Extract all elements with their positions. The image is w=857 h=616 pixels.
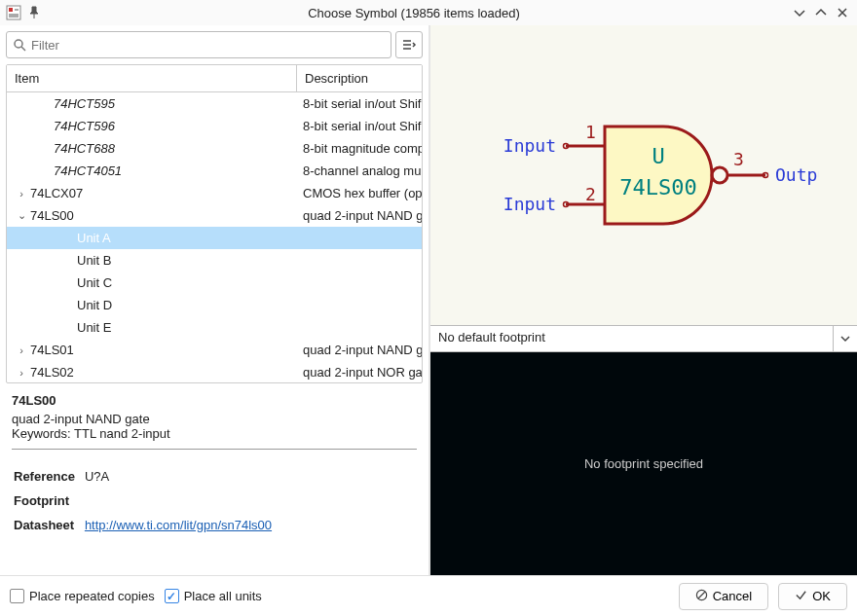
tree-item-desc: quad 2-input NOR gat (297, 365, 422, 380)
tree-row[interactable]: Unit C (7, 272, 422, 294)
tree-item-label: Unit C (77, 275, 112, 290)
datasheet-link[interactable]: http://www.ti.com/lit/gpn/sn74ls00 (85, 518, 272, 532)
tree-row[interactable]: ›74LCX07CMOS hex buffer (ope (7, 182, 422, 204)
svg-text:3: 3 (733, 149, 744, 169)
tree-row[interactable]: 74HCT5958-bit serial in/out Shif (7, 92, 422, 115)
tree-item-desc: 8-channel analog mul (297, 163, 422, 178)
details-name: 74LS00 (12, 393, 417, 408)
tree-item-desc: quad 2-input NAND g (297, 343, 422, 357)
expander-icon[interactable]: › (13, 344, 30, 356)
tree-item-label: Unit A (77, 231, 111, 245)
tree-item-label: 74LS02 (30, 365, 74, 380)
place-repeated-checkbox[interactable]: Place repeated copies (10, 589, 155, 603)
place-all-units-checkbox[interactable]: Place all units (165, 589, 262, 603)
tree-row[interactable]: 74HCT6888-bit magnitude comp (7, 137, 422, 160)
tree-item-label: 74HCT596 (54, 119, 115, 133)
column-item[interactable]: Item (7, 65, 297, 91)
close-icon[interactable] (834, 4, 851, 21)
tree-item-desc: 8-bit magnitude comp (297, 141, 422, 156)
svg-text:Input: Input (503, 194, 556, 214)
footprint-value (85, 489, 279, 512)
tree-item-desc: quad 2-input NAND g (297, 208, 422, 223)
expander-icon[interactable]: ⌄ (13, 209, 30, 222)
chevron-down-icon[interactable] (834, 326, 857, 351)
tree-row[interactable]: 74HCT40518-channel analog mul (7, 160, 422, 182)
tree-item-label: 74HCT595 (54, 96, 115, 111)
tree-item-label: 74HCT4051 (54, 163, 122, 178)
tree-row[interactable]: Unit A (7, 227, 422, 249)
tree-item-label: Unit E (77, 320, 111, 335)
reference-label: Reference (14, 465, 83, 488)
tree-header: Item Description (7, 65, 422, 92)
tree-item-desc: 8-bit serial in/out Shif (297, 96, 422, 111)
window-title: Choose Symbol (19856 items loaded) (41, 6, 787, 20)
cancel-button[interactable]: Cancel (679, 583, 768, 610)
details-desc: quad 2-input NAND gate (12, 412, 417, 426)
place-all-units-label: Place all units (184, 589, 262, 603)
tree-row[interactable]: ›74LS02quad 2-input NOR gat (7, 361, 422, 382)
tree-item-desc: CMOS hex buffer (ope (297, 186, 422, 200)
tree-item-label: 74HCT688 (54, 141, 115, 156)
details-keywords: Keywords: TTL nand 2-input (12, 426, 417, 441)
tree-row[interactable]: 74HCT5968-bit serial in/out Shif (7, 115, 422, 137)
details-separator (12, 449, 417, 450)
footprint-preview: No footprint specified (430, 352, 857, 575)
svg-text:2: 2 (585, 184, 596, 204)
column-description[interactable]: Description (297, 65, 422, 91)
footprint-label: Footprint (14, 489, 83, 512)
tree-row[interactable]: Unit E (7, 316, 422, 339)
tree-item-label: 74LCX07 (30, 186, 83, 200)
tree-row[interactable]: Unit D (7, 294, 422, 316)
tree-row[interactable]: ⌄74LS00quad 2-input NAND g (7, 204, 422, 227)
maximize-icon[interactable] (812, 4, 830, 21)
cancel-icon (695, 589, 708, 604)
footprint-select[interactable]: No default footprint (430, 325, 857, 352)
symbol-tree: Item Description 74HCT5958-bit serial in… (6, 64, 423, 383)
tree-item-label: 74LS01 (30, 343, 74, 357)
svg-text:U: U (652, 144, 664, 168)
search-icon (13, 38, 26, 52)
check-icon (795, 589, 807, 604)
svg-line-26 (698, 592, 705, 598)
svg-line-6 (21, 47, 25, 51)
svg-text:Input: Input (503, 135, 556, 156)
reference-value: U?A (85, 465, 279, 488)
app-icon (6, 5, 21, 20)
filter-options-button[interactable] (395, 31, 423, 58)
svg-text:1: 1 (585, 122, 596, 142)
filter-input[interactable] (31, 38, 385, 53)
details-panel: 74LS00 quad 2-input NAND gate Keywords: … (0, 383, 428, 575)
bottom-bar: Place repeated copies Place all units Ca… (0, 575, 857, 616)
symbol-preview: Input Input Output 1 2 3 U 74LS00 (430, 25, 857, 325)
tree-item-label: 74LS00 (30, 208, 74, 223)
pin-icon[interactable] (27, 6, 41, 19)
titlebar: Choose Symbol (19856 items loaded) (0, 0, 857, 25)
footprint-preview-text: No footprint specified (584, 456, 703, 471)
tree-item-label: Unit D (77, 298, 112, 312)
datasheet-label: Datasheet (14, 514, 83, 536)
expander-icon[interactable]: › (13, 367, 30, 379)
filter-input-wrapper[interactable] (6, 31, 391, 58)
tree-item-label: Unit B (77, 253, 111, 268)
svg-text:74LS00: 74LS00 (619, 175, 696, 199)
svg-point-10 (712, 167, 727, 183)
expander-icon[interactable]: › (13, 188, 30, 199)
svg-point-5 (15, 40, 22, 48)
tree-row[interactable]: ›74LS01quad 2-input NAND g (7, 339, 422, 361)
footprint-select-text[interactable]: No default footprint (430, 326, 834, 351)
svg-rect-1 (9, 8, 13, 12)
tree-item-desc: 8-bit serial in/out Shif (297, 119, 422, 133)
tree-row[interactable]: Unit B (7, 249, 422, 272)
svg-text:Output: Output (775, 164, 819, 185)
ok-button[interactable]: OK (778, 583, 847, 610)
place-repeated-label: Place repeated copies (29, 589, 155, 603)
minimize-icon[interactable] (791, 4, 808, 21)
